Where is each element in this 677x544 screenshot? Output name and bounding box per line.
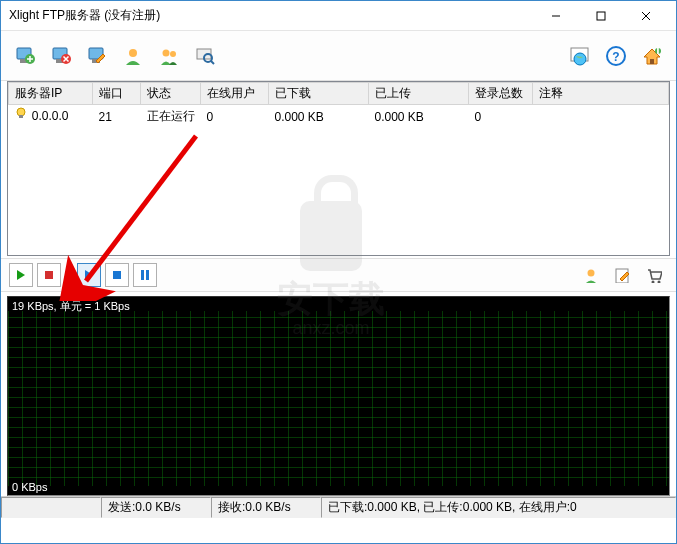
search-button[interactable] <box>191 42 219 70</box>
svg-point-34 <box>658 281 661 284</box>
svg-text:?: ? <box>612 50 619 64</box>
cell-port: 21 <box>93 105 141 129</box>
svg-point-14 <box>170 51 176 57</box>
cart-button[interactable] <box>640 261 668 289</box>
svg-line-17 <box>211 61 214 64</box>
start-all-button[interactable] <box>9 263 33 287</box>
play-button[interactable] <box>77 263 101 287</box>
globe-button[interactable] <box>566 42 594 70</box>
stop-button[interactable] <box>105 263 129 287</box>
svg-point-25 <box>17 108 25 116</box>
cell-uploaded: 0.000 KB <box>369 105 469 129</box>
cell-ip: 0.0.0.0 <box>9 105 93 129</box>
svg-rect-22 <box>650 59 654 64</box>
svg-point-12 <box>129 49 137 57</box>
server-bulb-icon <box>15 107 29 126</box>
window-title: Xlight FTP服务器 (没有注册) <box>9 7 533 24</box>
svg-rect-28 <box>113 271 121 279</box>
user-small-button[interactable] <box>576 261 604 289</box>
col-logins[interactable]: 登录总数 <box>469 83 533 105</box>
col-note[interactable]: 注释 <box>533 83 669 105</box>
svg-rect-26 <box>19 115 23 118</box>
col-port[interactable]: 端口 <box>93 83 141 105</box>
status-summary: 已下载:0.000 KB, 已上传:0.000 KB, 在线用户:0 <box>321 497 676 518</box>
remove-server-button[interactable] <box>47 42 75 70</box>
table-row[interactable]: 0.0.0.0 21 正在运行 0 0.000 KB 0.000 KB 0 <box>9 105 669 129</box>
home-button[interactable]: i <box>638 42 666 70</box>
edit-small-button[interactable] <box>608 261 636 289</box>
add-server-button[interactable] <box>11 42 39 70</box>
window-controls <box>533 2 668 30</box>
col-server-ip[interactable]: 服务器IP <box>9 83 93 105</box>
server-control-toolbar <box>1 258 676 292</box>
graph-scale-label: 19 KBps, 单元 = 1 KBps <box>12 299 130 314</box>
svg-rect-1 <box>597 12 605 20</box>
help-button[interactable]: ? <box>602 42 630 70</box>
status-recv: 接收:0.0 KB/s <box>211 497 321 518</box>
pause-button[interactable] <box>133 263 157 287</box>
titlebar: Xlight FTP服务器 (没有注册) <box>1 1 676 31</box>
svg-point-31 <box>588 270 595 277</box>
statusbar: 发送:0.0 KB/s 接收:0.0 KB/s 已下载:0.000 KB, 已上… <box>1 496 676 518</box>
col-status[interactable]: 状态 <box>141 83 201 105</box>
cell-downloaded: 0.000 KB <box>269 105 369 129</box>
status-send: 发送:0.0 KB/s <box>101 497 211 518</box>
svg-rect-29 <box>141 270 144 280</box>
col-uploaded[interactable]: 已上传 <box>369 83 469 105</box>
user-button[interactable] <box>119 42 147 70</box>
bandwidth-graph: 19 KBps, 单元 = 1 KBps 0 KBps <box>7 296 670 496</box>
stop-all-button[interactable] <box>37 263 61 287</box>
svg-rect-30 <box>146 270 149 280</box>
svg-point-13 <box>163 49 170 56</box>
close-button[interactable] <box>623 2 668 30</box>
cell-status: 正在运行 <box>141 105 201 129</box>
col-downloaded[interactable]: 已下载 <box>269 83 369 105</box>
svg-rect-27 <box>45 271 53 279</box>
cell-logins: 0 <box>469 105 533 129</box>
graph-grid <box>8 297 669 495</box>
col-online[interactable]: 在线用户 <box>201 83 269 105</box>
graph-zero-label: 0 KBps <box>12 481 47 493</box>
users-button[interactable] <box>155 42 183 70</box>
server-table: 服务器IP 端口 状态 在线用户 已下载 已上传 登录总数 注释 0.0.0.0… <box>7 81 670 256</box>
maximize-button[interactable] <box>578 2 623 30</box>
edit-server-button[interactable] <box>83 42 111 70</box>
table-header-row: 服务器IP 端口 状态 在线用户 已下载 已上传 登录总数 注释 <box>9 83 669 105</box>
svg-point-19 <box>574 53 586 65</box>
cell-online: 0 <box>201 105 269 129</box>
svg-rect-36 <box>8 311 669 486</box>
status-spacer <box>1 497 101 518</box>
svg-point-33 <box>652 281 655 284</box>
minimize-button[interactable] <box>533 2 578 30</box>
main-toolbar: ? i <box>1 31 676 81</box>
cell-note <box>533 105 669 129</box>
svg-text:i: i <box>656 45 659 57</box>
